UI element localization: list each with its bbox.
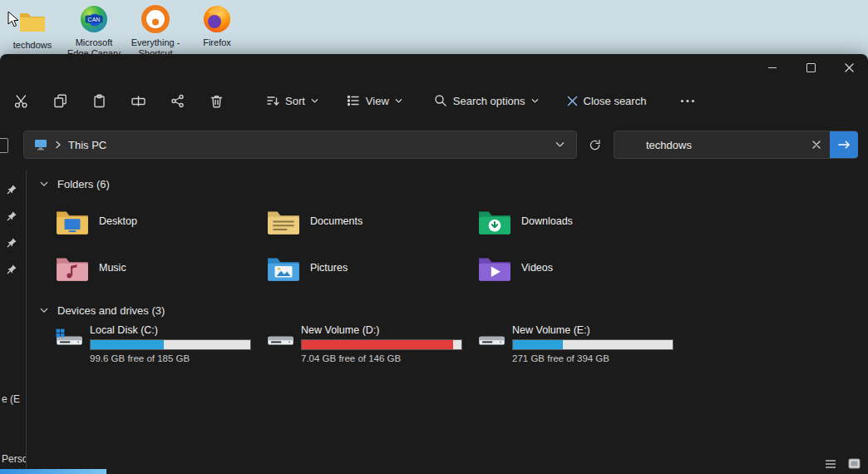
search-options-icon [434,94,447,107]
sort-label: Sort [285,95,305,107]
desktop-icon-firefox[interactable]: Firefox [191,2,243,48]
pin-icon[interactable] [7,264,17,274]
large-icons-view-button[interactable] [845,457,863,471]
drive-tile-d[interactable]: New Volume (D:) 7.04 GB free of 146 GB [251,323,462,370]
collapse-chevron-icon [40,181,48,187]
pin-icon[interactable] [7,210,17,221]
folder-tile-music[interactable]: Music [40,245,251,290]
folder-tile-desktop[interactable]: Desktop [40,199,251,244]
firefox-icon [191,2,243,36]
videos-folder-icon [477,254,512,282]
content-area: Folders (6) Desktop [27,170,868,449]
ellipsis-icon [680,99,695,103]
address-row: This PC [0,131,868,159]
chevron-down-icon [395,97,402,105]
details-view-button[interactable] [821,457,840,471]
paste-button[interactable] [80,86,119,116]
refresh-button[interactable] [582,132,607,157]
large-icons-view-icon [848,458,861,469]
clipped-nav-icon [0,138,8,153]
drive-tile-e[interactable]: New Volume (E:) 271 GB free of 394 GB [462,323,673,370]
view-label: View [366,95,389,107]
documents-folder-icon [266,207,301,235]
search-options-label: Search options [453,95,525,107]
capacity-bar-fill [302,340,453,349]
arrow-right-icon [838,140,851,150]
minimize-icon [768,67,777,68]
drive-free-space: 7.04 GB free of 146 GB [301,353,462,363]
rename-icon [131,94,145,108]
titlebar [0,54,868,81]
folder-tile-pictures[interactable]: Pictures [251,245,462,290]
sort-dropdown[interactable]: Sort [258,88,327,113]
drive-free-space: 99.6 GB free of 185 GB [90,353,251,363]
tree-item-clipped[interactable]: Perso [2,453,26,465]
command-toolbar: Sort View Search options Close search [2,82,868,119]
share-button[interactable] [158,86,197,116]
drive-tile-c[interactable]: Local Disk (C:) 99.6 GB free of 185 GB [40,323,251,370]
search-options-dropdown[interactable]: Search options [426,88,547,113]
folders-grid: Desktop Documents [40,199,868,290]
mouse-cursor [7,11,20,28]
drive-free-space: 271 GB free of 394 GB [512,353,673,363]
collapse-chevron-icon [40,308,48,314]
file-explorer-window: Sort View Search options Close search [0,54,868,474]
rename-button[interactable] [119,86,158,116]
view-icon [347,94,360,107]
capacity-bar [301,339,462,350]
close-search-button[interactable]: Close search [559,89,655,113]
maximize-icon [806,63,816,72]
drives-section-title: Devices and drives (3) [57,304,165,317]
folder-tile-downloads[interactable]: Downloads [462,199,673,244]
more-options-button[interactable] [668,86,707,116]
cut-button[interactable] [2,86,41,116]
refresh-icon [589,139,601,151]
everything-icon [128,2,183,36]
copy-button[interactable] [41,86,80,116]
capacity-bar [512,339,673,350]
folder-tile-videos[interactable]: Videos [462,245,673,290]
breadcrumb-this-pc[interactable]: This PC [68,139,106,151]
view-dropdown[interactable]: View [338,88,411,113]
statusbar-view-toggles [821,457,863,471]
folder-tile-documents[interactable]: Documents [251,199,462,244]
folder-label: Desktop [99,215,137,227]
local-disk-c-icon [55,323,84,353]
capacity-bar-fill [513,340,563,349]
pin-icon[interactable] [7,237,17,248]
folder-label: Music [99,262,126,274]
chevron-down-icon [311,97,318,105]
new-volume-e-icon [477,323,506,353]
clear-search-button[interactable] [806,135,826,155]
clear-icon [812,141,821,149]
drive-label: New Volume (E:) [512,324,673,336]
share-icon [170,94,185,108]
search-input[interactable] [614,138,806,152]
tree-item-clipped[interactable]: e (E [2,393,26,405]
search-submit-button[interactable] [830,131,858,158]
chevron-right-icon [55,141,62,149]
search-box [614,131,858,159]
delete-icon [210,94,224,108]
address-bar[interactable]: This PC [23,131,577,159]
copy-icon [53,94,67,108]
delete-button[interactable] [197,86,236,116]
details-view-icon [825,459,836,469]
close-button[interactable] [830,54,868,81]
drives-section-header[interactable]: Devices and drives (3) [40,302,868,318]
drive-label: Local Disk (C:) [90,324,251,336]
pin-icon[interactable] [7,184,17,195]
new-volume-d-icon [266,323,295,353]
minimize-button[interactable] [753,54,792,81]
cut-icon [14,94,28,108]
folder-label: Videos [521,262,553,274]
address-dropdown-icon[interactable] [555,141,565,148]
desktop-icon-label: Firefox [191,37,243,48]
navigation-pane-clipped: e (E Perso [0,170,27,474]
desktop-icon-everything[interactable]: Everything - Shortcut [128,2,183,59]
capacity-bar-fill [91,340,164,349]
desktop-icon-edge-canary[interactable]: CAN Microsoft Edge Canary [67,2,121,59]
folders-section-header[interactable]: Folders (6) [40,175,868,192]
chevron-down-icon [531,97,539,105]
maximize-button[interactable] [792,54,830,81]
